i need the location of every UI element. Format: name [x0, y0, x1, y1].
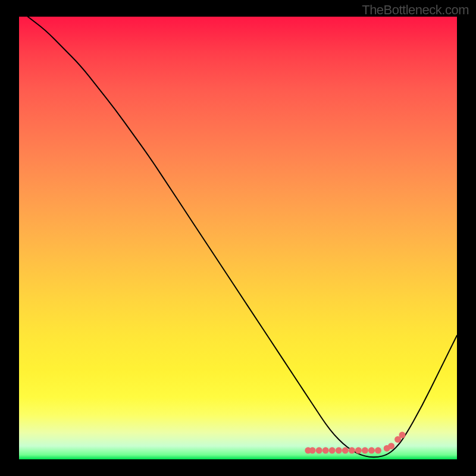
marker-dot: [336, 447, 342, 454]
marker-dot: [316, 447, 322, 454]
marker-dot: [388, 443, 394, 449]
chart-plot-area: [19, 17, 457, 459]
marker-dot: [375, 447, 381, 454]
marker-dot: [399, 432, 406, 439]
optimal-range-markers: [305, 432, 405, 454]
marker-dot: [349, 447, 355, 454]
marker-dot: [322, 447, 329, 454]
marker-dot: [368, 447, 375, 454]
bottleneck-curve: [19, 17, 457, 459]
watermark-text: TheBottleneck.com: [362, 2, 469, 18]
marker-dot: [362, 447, 368, 454]
marker-dot: [329, 447, 336, 454]
marker-dot: [355, 447, 362, 454]
marker-dot: [309, 447, 316, 454]
curve-path: [28, 17, 457, 457]
marker-dot: [342, 447, 349, 454]
